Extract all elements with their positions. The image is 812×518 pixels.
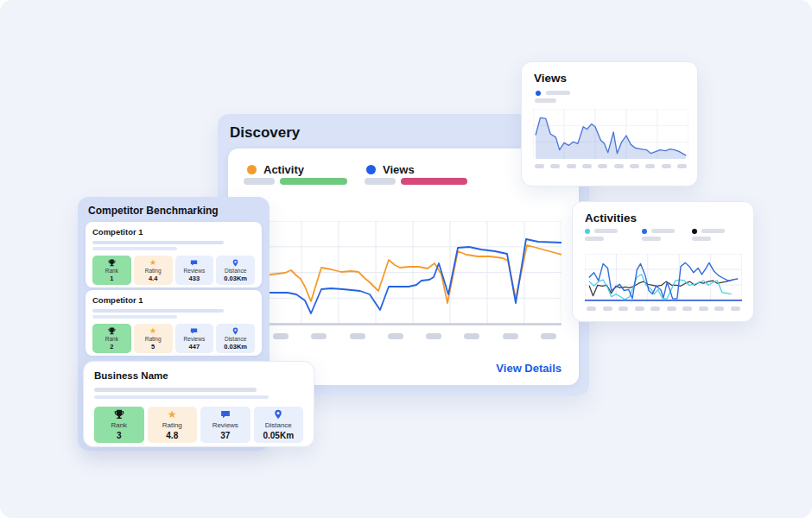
stat-value: 433 <box>189 275 200 282</box>
stat-value: 447 <box>189 343 200 351</box>
discovery-line-chart <box>264 221 561 326</box>
star-icon: ★ <box>149 259 156 267</box>
stat-label: Reviews <box>184 336 206 342</box>
stat-label: Reviews <box>184 268 206 274</box>
skeleton-pill <box>692 237 711 241</box>
distance-tile: Distance 0.03Km <box>216 324 255 353</box>
skeleton-pill <box>701 229 725 233</box>
business-name: Business Name <box>94 370 303 381</box>
stat-label: Rank <box>105 268 118 274</box>
reviews-tile: Reviews 433 <box>175 256 214 285</box>
trophy-icon <box>114 409 124 420</box>
distance-tile: Distance 0.03Km <box>216 256 255 285</box>
stat-label: Reviews <box>213 421 238 429</box>
stat-label: Rank <box>111 421 127 429</box>
reviews-icon <box>190 327 198 335</box>
activities-line-chart <box>585 254 742 303</box>
reviews-tile: Reviews 447 <box>175 324 214 353</box>
skeleton-pill <box>594 229 618 233</box>
stat-value: 2 <box>110 343 113 351</box>
cyan-legend-dot-icon <box>585 229 590 234</box>
skeleton-bar <box>92 241 224 244</box>
skeleton-bar <box>92 247 177 250</box>
trophy-icon <box>108 259 116 267</box>
stat-value: 0.03Km <box>224 275 247 282</box>
x-axis-ticks <box>535 164 687 168</box>
stat-value: 4.8 <box>166 431 178 440</box>
benchmarking-title: Competitor Benchmarking <box>88 205 219 217</box>
stat-label: Rating <box>145 336 162 342</box>
stat-value: 0.05Km <box>263 431 294 440</box>
star-icon: ★ <box>168 409 177 420</box>
reviews-icon <box>220 409 231 420</box>
views-dot-icon <box>366 165 376 174</box>
stat-value: 0.03Km <box>224 343 247 351</box>
skeleton-pill <box>585 237 604 241</box>
black-legend-dot-icon <box>692 229 697 234</box>
stat-value: 4.4 <box>149 275 157 282</box>
reviews-icon <box>190 259 198 267</box>
skeleton-bar <box>94 395 269 400</box>
competitor-name: Competitor 1 <box>92 227 255 237</box>
star-icon: ★ <box>149 327 156 335</box>
rating-tile: ★ Rating 4.8 <box>148 407 198 443</box>
green-pill <box>280 178 347 185</box>
skeleton-bar <box>92 309 224 313</box>
stat-label: Rating <box>162 421 182 429</box>
stat-value: 5 <box>151 343 155 351</box>
legend-skeleton-row <box>244 178 467 185</box>
stat-label: Rank <box>105 336 118 342</box>
activities-card-title: Activities <box>585 212 637 224</box>
location-pin-icon <box>232 327 239 335</box>
skeleton-pill <box>651 229 675 233</box>
x-axis-ticks <box>273 333 556 339</box>
skeleton-bar <box>94 388 257 392</box>
skeleton-pill <box>546 91 570 95</box>
x-axis-ticks <box>587 306 740 311</box>
views-card-title: Views <box>534 72 567 85</box>
dashboard-screen: Discovery Activity Views View Details Vi <box>0 0 812 518</box>
location-pin-icon <box>273 409 283 420</box>
stat-value: 1 <box>110 275 113 282</box>
discovery-title: Discovery <box>230 124 300 142</box>
stat-value: 3 <box>117 431 122 440</box>
distance-tile: Distance 0.05Km <box>254 407 304 443</box>
rating-tile: ★ Rating 5 <box>134 324 173 353</box>
activities-card: Activities <box>572 201 754 322</box>
legend-views-label: Views <box>383 163 415 176</box>
blue-legend-dot-icon <box>642 229 647 234</box>
stat-label: Distance <box>265 421 292 429</box>
stat-value: 37 <box>220 431 230 440</box>
competitor-row: Competitor 1 Rank 2 ★ Rating 5 Reviews 4… <box>86 290 262 356</box>
rank-tile: Rank 3 <box>94 407 144 443</box>
business-card: Business Name Rank 3 ★ Rating 4.8 Review… <box>83 361 314 447</box>
competitor-row: Competitor 1 Rank 1 ★ Rating 4.4 Reviews… <box>86 222 262 287</box>
view-details-link[interactable]: View Details <box>496 362 561 375</box>
stat-label: Distance <box>225 336 246 342</box>
skeleton-pill <box>365 178 396 185</box>
activity-dot-icon <box>247 165 257 174</box>
trophy-icon <box>108 327 116 335</box>
legend-activity-label: Activity <box>263 163 304 176</box>
stat-label: Distance <box>225 268 246 274</box>
legend-item-views[interactable]: Views <box>366 163 415 176</box>
views-legend-dot-icon <box>536 91 541 96</box>
skeleton-pill <box>535 98 556 103</box>
location-pin-icon <box>232 259 239 267</box>
rank-tile: Rank 1 <box>92 256 131 285</box>
stat-label: Rating <box>145 268 162 274</box>
skeleton-pill <box>244 178 275 185</box>
views-area-chart <box>533 109 688 161</box>
competitor-name: Competitor 1 <box>92 295 255 305</box>
rank-tile: Rank 2 <box>92 324 131 353</box>
skeleton-pill <box>642 237 661 241</box>
skeleton-bar <box>92 315 177 319</box>
pink-pill <box>401 178 467 185</box>
views-card: Views <box>521 61 698 186</box>
rating-tile: ★ Rating 4.4 <box>134 256 173 285</box>
legend-item-activity[interactable]: Activity <box>247 163 304 176</box>
reviews-tile: Reviews 37 <box>200 407 251 443</box>
